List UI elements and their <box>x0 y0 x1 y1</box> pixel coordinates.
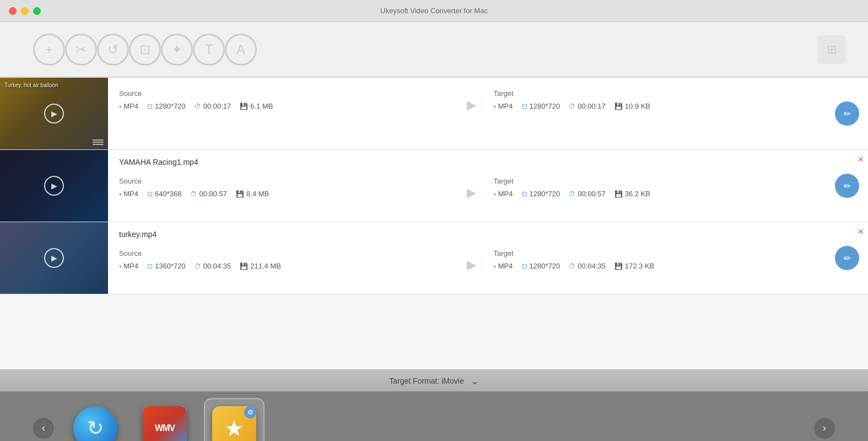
wmv-format-icon: WMV <box>143 406 187 442</box>
source-label-2: Source <box>119 177 450 185</box>
source-label-3: Source <box>119 249 450 257</box>
source-format-2: ▪ MP4 <box>119 190 138 198</box>
size-icon-1: 💾 <box>240 103 248 110</box>
toolbar: + ✂ ↺ ⊡ ✦ T A ⊞ <box>0 22 868 77</box>
arrow-icon-3: ► <box>464 256 479 274</box>
file-info-1: Source ▪ MP4 ⊡ 1280*720 ⏱ <box>108 78 835 149</box>
format-prev-button[interactable]: ‹ <box>33 418 54 439</box>
format-next-button[interactable]: › <box>814 418 835 439</box>
target-format-1: ▪ MP4 <box>494 102 513 110</box>
tdur-icon-1: ⏱ <box>569 103 575 110</box>
toolbar-text[interactable]: T <box>193 34 225 66</box>
target-size-2: 💾 36.2 KB <box>614 190 650 198</box>
rotate-icon: ↺ <box>97 34 129 66</box>
target-format-3: ▪ MP4 <box>494 262 513 270</box>
thumbnail-lines-1 <box>93 139 104 145</box>
format-icon-imovie[interactable]: ★ ⚙ <box>204 398 265 442</box>
play-button-1[interactable]: ▶ <box>44 104 64 123</box>
target-resolution-1: ⊡ 1280*720 <box>522 102 560 110</box>
thumbnail-title-1: Turkey, hot air balloon <box>4 82 58 88</box>
arrow-icon-1: ► <box>464 96 479 114</box>
thumbnail-3: ▶ <box>0 222 108 294</box>
maximize-button[interactable] <box>33 7 41 15</box>
selected-badge: ⚙ <box>244 406 256 418</box>
source-format-3: ▪ MP4 <box>119 262 138 270</box>
play-button-3[interactable]: ▶ <box>44 248 64 268</box>
window-controls <box>9 7 41 15</box>
effect-icon: ✦ <box>161 34 193 66</box>
format-icons: WMV ★ ⚙ <box>54 398 814 442</box>
format-picker: ‹ WMV ★ ⚙ <box>0 391 868 441</box>
thumbnail-2: ▶ <box>0 150 108 222</box>
close-button-2[interactable]: × <box>858 154 864 164</box>
duration-icon-1: ⏱ <box>195 103 201 110</box>
target-resolution-2: ⊡ 1280*720 <box>522 190 560 198</box>
close-button[interactable] <box>9 7 17 15</box>
add-icon: + <box>33 34 65 66</box>
text-icon: T <box>193 34 225 66</box>
file-row: ▶ Turkey, hot air balloon Source ▪ <box>0 77 868 150</box>
resolution-icon-1: ⊡ <box>147 103 153 110</box>
target-duration-3: ⏱ 00:04:35 <box>569 262 606 270</box>
target-duration-1: ⏱ 00:00:17 <box>569 102 606 110</box>
target-duration-2: ⏱ 00:00:57 <box>569 190 606 198</box>
toolbar-cut[interactable]: ✂ <box>65 34 97 66</box>
source-size-1: 💾 6.1 MB <box>240 102 273 110</box>
minimize-button[interactable] <box>21 7 29 15</box>
edit-button-3[interactable]: ✏ <box>835 246 859 270</box>
target-label-2: Target <box>494 177 824 185</box>
settings-icon[interactable]: ⊞ <box>817 35 846 64</box>
video-format-icon <box>73 406 117 442</box>
format-icon-1: ▪ <box>119 103 121 110</box>
file-info-3: turkey.mp4 Source ▪ MP4 ⊡ 1360*720 <box>108 222 835 294</box>
target-size-1: 💾 10.9 KB <box>614 102 650 110</box>
target-resolution-3: ⊡ 1280*720 <box>522 262 560 270</box>
arrow-divider-2: ► <box>450 173 494 202</box>
source-resolution-3: ⊡ 1360*720 <box>147 262 186 270</box>
crop-icon: ⊡ <box>129 34 161 66</box>
toolbar-effect[interactable]: ✦ <box>161 34 193 66</box>
arrow-divider-1: ► <box>450 85 494 114</box>
edit-button-1[interactable]: ✏ <box>835 101 859 126</box>
edit-button-2[interactable]: ✏ <box>835 174 859 198</box>
toolbar-rotate[interactable]: ↺ <box>97 34 129 66</box>
source-duration-3: ⏱ 00:04:35 <box>195 262 231 270</box>
source-duration-2: ⏱ 00:00:57 <box>190 190 227 198</box>
source-label-1: Source <box>119 89 450 98</box>
source-resolution-1: ⊡ 1280*720 <box>147 102 186 110</box>
target-size-3: 💾 172.3 KB <box>614 262 655 270</box>
target-format-bar[interactable]: Target Format: iMovie ⌄ <box>0 369 868 391</box>
close-button-3[interactable]: × <box>858 227 864 236</box>
title-bar: Ukeysoft Video Converter for Mac <box>0 0 868 22</box>
arrow-divider-3: ► <box>450 245 494 274</box>
file-name-3: turkey.mp4 <box>119 230 824 239</box>
app-title: Ukeysoft Video Converter for Mac <box>380 7 488 15</box>
source-size-2: 💾 8.4 MB <box>236 190 269 198</box>
toolbar-add[interactable]: + <box>33 34 65 66</box>
tres-icon-1: ⊡ <box>522 103 527 110</box>
watermark-icon: A <box>225 34 257 66</box>
arrow-icon-2: ► <box>464 184 479 202</box>
file-row-3: × ▶ turkey.mp4 Source ▪ MP4 <box>0 222 868 294</box>
target-label-3: Target <box>494 249 824 257</box>
target-format-2: ▪ MP4 <box>494 190 513 198</box>
file-name-2: YAMAHA Racing1.mp4 <box>119 158 824 166</box>
file-list: ▶ Turkey, hot air balloon Source ▪ <box>0 77 868 369</box>
tformat-icon-1: ▪ <box>494 103 496 110</box>
target-format-label: Target Format: iMovie <box>389 377 463 385</box>
chevron-down-icon: ⌄ <box>471 375 479 387</box>
cut-icon: ✂ <box>65 34 97 66</box>
thumbnail-1: ▶ Turkey, hot air balloon <box>0 78 108 149</box>
format-icon-video[interactable] <box>65 398 126 442</box>
toolbar-crop[interactable]: ⊡ <box>129 34 161 66</box>
source-duration-1: ⏱ 00:00:17 <box>195 102 231 110</box>
play-button-2[interactable]: ▶ <box>44 176 64 196</box>
format-icon-wmv[interactable]: WMV <box>134 398 195 442</box>
format-icons-row: ‹ WMV ★ ⚙ <box>0 391 868 441</box>
source-resolution-2: ⊡ 640*368 <box>147 190 181 198</box>
source-size-3: 💾 211.4 MB <box>240 262 281 270</box>
source-format-1: ▪ MP4 <box>119 102 138 110</box>
file-info-2: YAMAHA Racing1.mp4 Source ▪ MP4 ⊡ 640*36… <box>108 150 835 222</box>
toolbar-watermark[interactable]: A <box>225 34 257 66</box>
tsize-icon-1: 💾 <box>614 103 623 110</box>
